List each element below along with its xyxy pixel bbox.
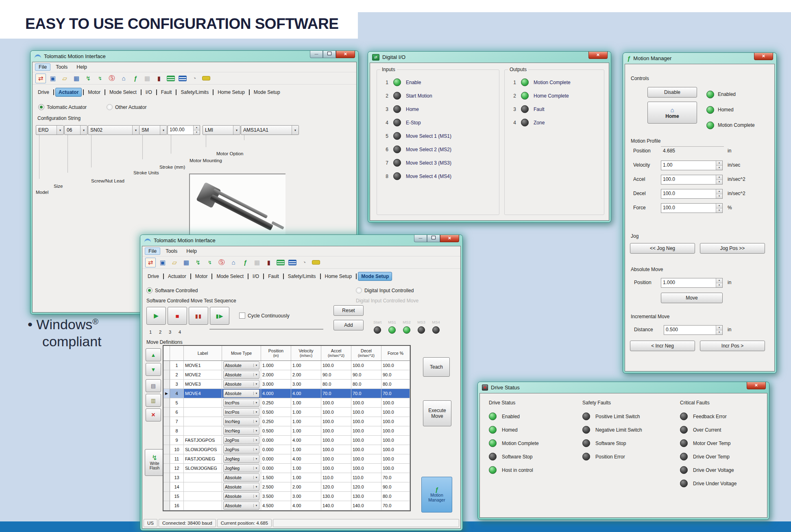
spinner[interactable] (193, 126, 200, 135)
incr-distance-field[interactable]: 0.500 (664, 325, 723, 335)
tab-home-setup[interactable]: Home Setup (322, 272, 355, 280)
row-number[interactable]: 15 (170, 492, 184, 501)
cell-move-type[interactable]: IncrPos (222, 408, 261, 417)
cell-decel[interactable]: 80.0 (351, 380, 381, 389)
polling-icon[interactable]: ◔ (190, 74, 199, 83)
cell-accel[interactable]: 90.0 (321, 370, 351, 380)
cell-velocity[interactable]: 1.00 (291, 445, 321, 454)
disable-icon[interactable]: ↯ (95, 74, 105, 83)
row-marker[interactable] (163, 417, 170, 426)
cell-label[interactable]: SLOWJOGPOS (184, 445, 222, 454)
row-number[interactable]: 6 (170, 408, 184, 417)
play-button[interactable] (146, 307, 166, 325)
row-marker[interactable] (163, 464, 170, 473)
move-type-select[interactable]: IncrNeg (223, 417, 259, 426)
cell-velocity[interactable]: 4.00 (291, 389, 321, 398)
settings-icon[interactable]: ▦ (252, 258, 262, 267)
cell-velocity[interactable]: 1.00 (291, 473, 321, 482)
save-icon[interactable]: ▦ (72, 74, 81, 83)
cell-decel[interactable]: 100.0 (351, 417, 381, 426)
cell-accel[interactable]: 130.0 (321, 492, 351, 501)
cell-label[interactable]: MOVE3 (184, 380, 222, 389)
write-flash-button[interactable]: Write Flash (145, 449, 164, 476)
cell-force[interactable]: 100.0 (381, 361, 410, 370)
cell-move-type[interactable]: IncrPos (222, 398, 261, 408)
cell-move-type[interactable]: Absolute (222, 361, 261, 370)
tab-actuator[interactable]: Actuator (165, 272, 189, 280)
cell-accel[interactable]: 100.0 (321, 445, 351, 454)
cell-accel[interactable]: 100.0 (321, 454, 351, 464)
cell-move-type[interactable]: Absolute (222, 389, 261, 398)
cell-decel[interactable]: 120.0 (351, 482, 381, 492)
accel-field[interactable]: 100.0 (661, 175, 723, 185)
digital-io-icon[interactable] (276, 258, 285, 267)
cell-velocity[interactable]: 2.00 (291, 370, 321, 380)
spinner[interactable] (716, 204, 722, 213)
move-type-select[interactable]: Absolute (223, 473, 259, 482)
cell-label[interactable] (184, 473, 222, 482)
cell-label[interactable]: MOVE4 (184, 389, 222, 398)
registers-icon[interactable] (178, 74, 187, 83)
row-number[interactable]: 7 (170, 417, 184, 426)
config-screw-nut-lead-select[interactable]: SN02 (88, 125, 139, 135)
cell-position[interactable]: 2.000 (261, 370, 291, 380)
row-marker[interactable] (163, 445, 170, 454)
row-number[interactable]: 8 (170, 426, 184, 436)
cell-label[interactable] (184, 417, 222, 426)
cell-position[interactable]: 3.500 (261, 492, 291, 501)
row-number[interactable]: 1 (170, 361, 184, 370)
motion-manager-button[interactable]: Motion Manager (421, 477, 452, 512)
cell-label[interactable] (184, 408, 222, 417)
paste-row-button[interactable] (146, 394, 161, 407)
io-module-icon[interactable]: ▮ (264, 258, 274, 267)
tab-mode-select[interactable]: Mode Select (107, 88, 139, 96)
spinner[interactable] (716, 175, 722, 184)
cell-accel[interactable]: 100.0 (321, 436, 351, 445)
cell-decel[interactable]: 100.0 (351, 464, 381, 473)
cell-accel[interactable]: 100.0 (321, 417, 351, 426)
maximize-button[interactable] (427, 235, 440, 242)
row-number[interactable]: 4 (170, 389, 184, 398)
move-type-select[interactable]: JogPos (223, 436, 259, 444)
registers-icon[interactable] (288, 258, 297, 267)
close-button[interactable] (440, 235, 459, 242)
row-marker[interactable] (163, 398, 170, 408)
tab-drive[interactable]: Drive (35, 88, 52, 96)
tab-mode-select[interactable]: Mode Select (214, 272, 246, 280)
cell-decel[interactable]: 90.0 (351, 370, 381, 380)
abs-position-field[interactable]: 1.000 (661, 278, 723, 288)
tab-actuator[interactable]: Actuator (55, 88, 82, 97)
cycle-continuously-checkbox[interactable]: Cycle Continuously (239, 313, 290, 319)
sequence-slider[interactable] (209, 329, 323, 330)
tab-mode-setup[interactable]: Mode Setup (358, 272, 392, 281)
move-type-select[interactable]: Absolute (223, 380, 259, 388)
tab-fault[interactable]: Fault (158, 88, 175, 96)
decel-field[interactable]: 100.0 (661, 189, 723, 199)
cell-position[interactable]: 0.000 (261, 454, 291, 464)
radio-digital-input-controlled[interactable]: Digital Input Controlled (356, 287, 414, 293)
cell-accel[interactable]: 70.0 (321, 389, 351, 398)
cell-velocity[interactable]: 1.00 (291, 361, 321, 370)
spinner[interactable] (716, 161, 722, 170)
row-number[interactable]: 14 (170, 482, 184, 492)
cell-position[interactable]: 0.000 (261, 464, 291, 473)
cell-move-type[interactable]: Absolute (222, 370, 261, 380)
stop-button[interactable] (168, 307, 187, 325)
cell-force[interactable]: 90.0 (381, 370, 410, 380)
cell-decel[interactable]: 70.0 (351, 389, 381, 398)
step-button[interactable] (210, 307, 229, 325)
cell-accel[interactable]: 100.0 (321, 426, 351, 436)
menu-item-help[interactable]: Help (73, 63, 91, 71)
incr-pos-button[interactable]: Incr Pos > (700, 341, 765, 351)
menu-item-file[interactable]: File (35, 63, 50, 71)
cell-move-type[interactable]: Absolute (222, 482, 261, 492)
jog-pos-button[interactable]: Jog Pos >> (700, 243, 765, 254)
jog-neg-button[interactable]: << Jog Neg (630, 243, 695, 254)
move-type-select[interactable]: Absolute (223, 371, 259, 379)
polling-icon[interactable]: ◔ (299, 258, 309, 267)
titlebar[interactable]: ƒ Motion Manager (623, 53, 776, 64)
move-type-select[interactable]: Absolute (223, 389, 259, 397)
tab-mode-setup[interactable]: Mode Setup (251, 88, 283, 96)
move-type-select[interactable]: Absolute (223, 492, 259, 500)
cell-accel[interactable]: 100.0 (321, 398, 351, 408)
